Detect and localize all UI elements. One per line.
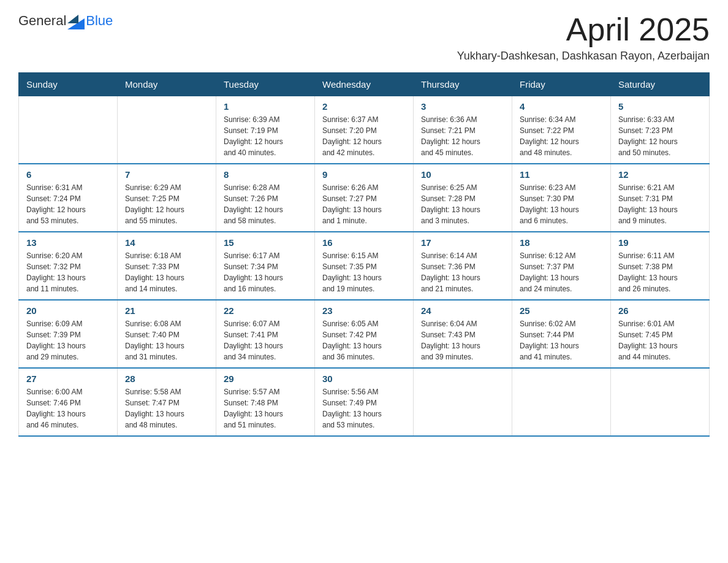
logo-blue-text: Blue bbox=[86, 13, 113, 28]
header-friday: Friday bbox=[512, 73, 611, 96]
day-info: Sunrise: 6:33 AMSunset: 7:23 PMDaylight:… bbox=[618, 114, 702, 158]
day-number: 22 bbox=[224, 305, 307, 316]
calendar-cell: 24Sunrise: 6:04 AMSunset: 7:43 PMDayligh… bbox=[414, 300, 512, 368]
calendar-cell: 11Sunrise: 6:23 AMSunset: 7:30 PMDayligh… bbox=[512, 164, 611, 232]
calendar-cell: 13Sunrise: 6:20 AMSunset: 7:32 PMDayligh… bbox=[19, 232, 118, 300]
day-number: 9 bbox=[322, 169, 406, 180]
day-info: Sunrise: 6:37 AMSunset: 7:20 PMDaylight:… bbox=[322, 114, 406, 158]
day-info: Sunrise: 6:36 AMSunset: 7:21 PMDaylight:… bbox=[421, 114, 504, 158]
logo-general-text: General bbox=[18, 13, 66, 29]
day-number: 1 bbox=[224, 101, 307, 112]
calendar-cell bbox=[118, 96, 216, 164]
calendar-table: SundayMondayTuesdayWednesdayThursdayFrid… bbox=[18, 72, 710, 437]
day-info: Sunrise: 6:05 AMSunset: 7:42 PMDaylight:… bbox=[322, 318, 406, 362]
calendar-cell: 23Sunrise: 6:05 AMSunset: 7:42 PMDayligh… bbox=[315, 300, 414, 368]
header-tuesday: Tuesday bbox=[216, 73, 315, 96]
day-info: Sunrise: 6:01 AMSunset: 7:45 PMDaylight:… bbox=[618, 318, 702, 362]
day-info: Sunrise: 6:07 AMSunset: 7:41 PMDaylight:… bbox=[224, 318, 307, 362]
day-info: Sunrise: 6:12 AMSunset: 7:37 PMDaylight:… bbox=[520, 250, 603, 294]
day-info: Sunrise: 6:29 AMSunset: 7:25 PMDaylight:… bbox=[125, 182, 208, 226]
calendar-cell: 16Sunrise: 6:15 AMSunset: 7:35 PMDayligh… bbox=[315, 232, 414, 300]
calendar-cell: 2Sunrise: 6:37 AMSunset: 7:20 PMDaylight… bbox=[315, 96, 414, 164]
calendar-cell: 7Sunrise: 6:29 AMSunset: 7:25 PMDaylight… bbox=[118, 164, 216, 232]
day-info: Sunrise: 5:57 AMSunset: 7:48 PMDaylight:… bbox=[224, 386, 307, 431]
day-info: Sunrise: 6:09 AMSunset: 7:39 PMDaylight:… bbox=[26, 318, 110, 362]
calendar-cell: 15Sunrise: 6:17 AMSunset: 7:34 PMDayligh… bbox=[216, 232, 315, 300]
day-number: 19 bbox=[618, 237, 702, 248]
calendar-cell: 28Sunrise: 5:58 AMSunset: 7:47 PMDayligh… bbox=[118, 368, 216, 436]
calendar-cell: 19Sunrise: 6:11 AMSunset: 7:38 PMDayligh… bbox=[611, 232, 710, 300]
day-number: 16 bbox=[322, 237, 406, 248]
day-number: 13 bbox=[26, 237, 110, 248]
day-number: 23 bbox=[322, 305, 406, 316]
calendar-cell: 8Sunrise: 6:28 AMSunset: 7:26 PMDaylight… bbox=[216, 164, 315, 232]
day-info: Sunrise: 6:11 AMSunset: 7:38 PMDaylight:… bbox=[618, 250, 702, 294]
day-number: 25 bbox=[520, 305, 603, 316]
calendar-cell bbox=[611, 368, 710, 436]
calendar-cell: 3Sunrise: 6:36 AMSunset: 7:21 PMDaylight… bbox=[414, 96, 512, 164]
day-info: Sunrise: 6:14 AMSunset: 7:36 PMDaylight:… bbox=[421, 250, 504, 294]
day-info: Sunrise: 6:17 AMSunset: 7:34 PMDaylight:… bbox=[224, 250, 307, 294]
calendar-cell bbox=[512, 368, 611, 436]
day-info: Sunrise: 6:26 AMSunset: 7:27 PMDaylight:… bbox=[322, 182, 406, 226]
day-number: 26 bbox=[618, 305, 702, 316]
day-number: 6 bbox=[26, 169, 110, 180]
day-info: Sunrise: 6:25 AMSunset: 7:28 PMDaylight:… bbox=[421, 182, 504, 226]
day-number: 17 bbox=[421, 237, 504, 248]
logo: General Blue bbox=[18, 12, 113, 29]
day-number: 15 bbox=[224, 237, 307, 248]
day-info: Sunrise: 6:21 AMSunset: 7:31 PMDaylight:… bbox=[618, 182, 702, 226]
calendar-cell: 25Sunrise: 6:02 AMSunset: 7:44 PMDayligh… bbox=[512, 300, 611, 368]
day-info: Sunrise: 6:04 AMSunset: 7:43 PMDaylight:… bbox=[421, 318, 504, 362]
calendar-cell: 30Sunrise: 5:56 AMSunset: 7:49 PMDayligh… bbox=[315, 368, 414, 436]
day-info: Sunrise: 6:08 AMSunset: 7:40 PMDaylight:… bbox=[125, 318, 208, 362]
page-header: General Blue April 2025 Yukhary-Dashkesa… bbox=[18, 12, 710, 63]
calendar-cell: 21Sunrise: 6:08 AMSunset: 7:40 PMDayligh… bbox=[118, 300, 216, 368]
calendar-cell: 10Sunrise: 6:25 AMSunset: 7:28 PMDayligh… bbox=[414, 164, 512, 232]
day-number: 3 bbox=[421, 101, 504, 112]
calendar-cell bbox=[414, 368, 512, 436]
week-row-2: 6Sunrise: 6:31 AMSunset: 7:24 PMDaylight… bbox=[19, 164, 710, 232]
calendar-cell: 20Sunrise: 6:09 AMSunset: 7:39 PMDayligh… bbox=[19, 300, 118, 368]
week-row-1: 1Sunrise: 6:39 AMSunset: 7:19 PMDaylight… bbox=[19, 96, 710, 164]
calendar-cell: 14Sunrise: 6:18 AMSunset: 7:33 PMDayligh… bbox=[118, 232, 216, 300]
day-number: 10 bbox=[421, 169, 504, 180]
calendar-cell: 6Sunrise: 6:31 AMSunset: 7:24 PMDaylight… bbox=[19, 164, 118, 232]
week-row-3: 13Sunrise: 6:20 AMSunset: 7:32 PMDayligh… bbox=[19, 232, 710, 300]
calendar-cell: 1Sunrise: 6:39 AMSunset: 7:19 PMDaylight… bbox=[216, 96, 315, 164]
day-number: 12 bbox=[618, 169, 702, 180]
header-saturday: Saturday bbox=[611, 73, 710, 96]
header-thursday: Thursday bbox=[414, 73, 512, 96]
day-number: 8 bbox=[224, 169, 307, 180]
day-info: Sunrise: 6:39 AMSunset: 7:19 PMDaylight:… bbox=[224, 114, 307, 158]
calendar-cell bbox=[19, 96, 118, 164]
calendar-cell: 5Sunrise: 6:33 AMSunset: 7:23 PMDaylight… bbox=[611, 96, 710, 164]
day-number: 29 bbox=[224, 373, 307, 384]
week-row-4: 20Sunrise: 6:09 AMSunset: 7:39 PMDayligh… bbox=[19, 300, 710, 368]
logo-icon bbox=[67, 12, 85, 29]
day-number: 2 bbox=[322, 101, 406, 112]
header-sunday: Sunday bbox=[19, 73, 118, 96]
header-monday: Monday bbox=[118, 73, 216, 96]
svg-marker-1 bbox=[67, 15, 78, 23]
day-info: Sunrise: 6:18 AMSunset: 7:33 PMDaylight:… bbox=[125, 250, 208, 294]
header-wednesday: Wednesday bbox=[315, 73, 414, 96]
day-number: 27 bbox=[26, 373, 110, 384]
calendar-cell: 26Sunrise: 6:01 AMSunset: 7:45 PMDayligh… bbox=[611, 300, 710, 368]
day-info: Sunrise: 5:58 AMSunset: 7:47 PMDaylight:… bbox=[125, 386, 208, 431]
calendar-cell: 29Sunrise: 5:57 AMSunset: 7:48 PMDayligh… bbox=[216, 368, 315, 436]
calendar-cell: 27Sunrise: 6:00 AMSunset: 7:46 PMDayligh… bbox=[19, 368, 118, 436]
calendar-cell: 22Sunrise: 6:07 AMSunset: 7:41 PMDayligh… bbox=[216, 300, 315, 368]
calendar-cell: 17Sunrise: 6:14 AMSunset: 7:36 PMDayligh… bbox=[414, 232, 512, 300]
calendar-cell: 18Sunrise: 6:12 AMSunset: 7:37 PMDayligh… bbox=[512, 232, 611, 300]
day-number: 5 bbox=[618, 101, 702, 112]
day-number: 21 bbox=[125, 305, 208, 316]
day-number: 30 bbox=[322, 373, 406, 384]
day-number: 4 bbox=[520, 101, 603, 112]
calendar-header-row: SundayMondayTuesdayWednesdayThursdayFrid… bbox=[19, 73, 710, 96]
day-number: 28 bbox=[125, 373, 208, 384]
day-info: Sunrise: 6:00 AMSunset: 7:46 PMDaylight:… bbox=[26, 386, 110, 431]
calendar-cell: 9Sunrise: 6:26 AMSunset: 7:27 PMDaylight… bbox=[315, 164, 414, 232]
day-info: Sunrise: 6:20 AMSunset: 7:32 PMDaylight:… bbox=[26, 250, 110, 294]
day-info: Sunrise: 6:28 AMSunset: 7:26 PMDaylight:… bbox=[224, 182, 307, 226]
